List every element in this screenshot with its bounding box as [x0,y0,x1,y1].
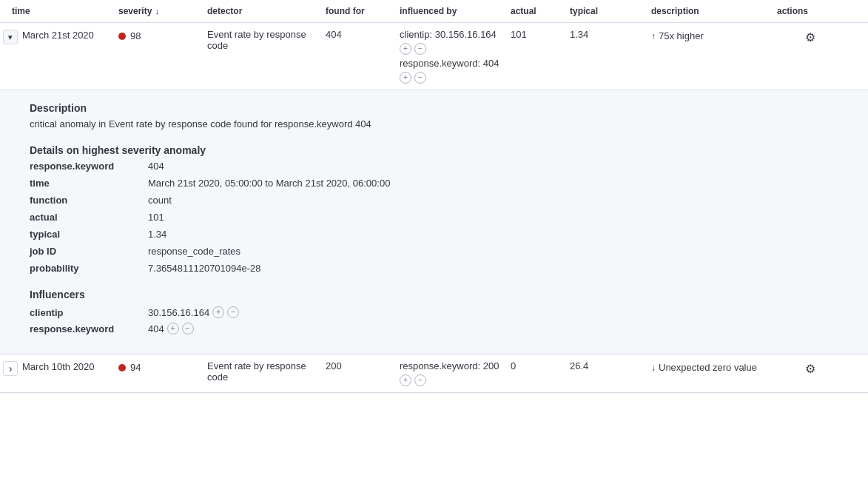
sort-icon: ↓ [155,7,159,16]
col-header-actions: actions [777,6,829,16]
row1-detail-field-1-label: time [30,178,148,189]
table-row-1: ▾ March 21st 2020 98 Event rate by respo… [0,23,868,90]
row2-description-cell: ↓ Unexpected zero value [651,360,777,373]
row1-detail-highest-title: Details on highest severity anomaly [30,144,853,156]
row1-detail-grid: response.keyword 404 time March 21st 202… [30,161,853,274]
row1-expanded-detail: Description critical anomaly in Event ra… [0,90,868,354]
row1-influencer-0: clientip: 30.156.16.164 [400,29,511,40]
row1-detail-field-0-value: 404 [148,161,853,172]
row1-detail-field-1-value: March 21st 2020, 05:00:00 to March 21st … [148,178,853,189]
row1-trend-icon: ↑ [651,31,656,41]
row1-influencer-detail-1-label: response.keyword [30,323,148,334]
row1-influencer-1-label: response.keyword: 404 [400,58,499,69]
row2-actual-value: 0 [511,359,516,371]
row1-influencer-detail-1-value: 404 + − [148,323,853,334]
row1-detail-field-3-value: 101 [148,212,853,223]
row1-detail-field-4-label: typical [30,229,148,240]
row1-typical-cell: 1.34 [570,29,651,40]
row1-influencers-title: Influencers [30,289,853,300]
anomaly-table: time severity ↓ detector found for influ… [0,0,868,393]
row2-expand-button[interactable]: › [3,361,18,376]
row1-influencer-keyword-minus-btn[interactable]: − [182,323,194,334]
col-header-influenced-by: influenced by [400,6,511,16]
row2-actual-cell: 0 [511,360,570,371]
row2-severity-value: 94 [130,362,141,373]
table-header: time severity ↓ detector found for influ… [0,0,868,23]
row1-found-for-value: 404 [326,27,342,40]
row1-influencer-1-plus-btn[interactable]: + [400,72,411,84]
table-row-2: › March 10th 2020 94 Event rate by respo… [0,354,868,392]
row2-severity-cell: 94 [118,360,207,373]
row1-influenced-cell: clientip: 30.156.16.164 + − response.key… [400,29,511,84]
row1-influencer-detail-1: response.keyword 404 + − [30,323,853,334]
row2-actions-cell: ⚙ [777,360,829,376]
row2-typical-cell: 26.4 [570,360,651,371]
col-header-description: description [651,6,777,16]
row1-found-for-cell: 404 [326,29,400,40]
row1-detail-field-2-label: function [30,195,148,206]
row1-influencer-keyword-value: 404 [148,323,164,334]
col-header-found-for: found for [326,6,400,16]
row1-influencer-detail-0: clientip 30.156.16.164 + − [30,306,853,318]
col-header-typical: typical [570,6,651,16]
row1-influencer-0-label: clientip: 30.156.16.164 [400,29,497,40]
row1-detail-field-6-value: 7.3654811120701094e-28 [148,263,853,274]
row1-detail-desc-title: Description [30,102,853,114]
row1-influencer-1-minus-btn[interactable]: − [414,72,426,84]
row2-time-value: March 10th 2020 [22,361,95,372]
row2-found-for-cell: 200 [326,360,400,371]
row1-detail-field-6-label: probability [30,263,148,274]
row1-detector-cell: Event rate by response code [207,29,326,51]
row2-description-value: Unexpected zero value [659,362,757,373]
row1-severity-dot [118,33,126,40]
row1-influencer-detail-0-label: clientip [30,307,148,318]
row1-time-value: March 21st 2020 [22,30,94,41]
row1-actual-value: 101 [511,27,527,40]
row1-severity-value: 98 [130,30,141,41]
col-header-detector: detector [207,6,326,16]
row1-detail-field-4-value: 1.34 [148,229,853,240]
row1-influencer-detail-0-value: 30.156.16.164 + − [148,306,853,318]
row1-influencer-0-plus-btn[interactable]: + [400,43,411,55]
row1-detail-field-3-label: actual [30,212,148,223]
row1-influencer-clientip-plus-btn[interactable]: + [212,306,224,318]
row2-influencer-0-minus-btn[interactable]: − [414,374,426,386]
row1-detail-field-0-label: response.keyword [30,161,148,172]
col-header-time: time [0,6,118,16]
col-header-actual: actual [511,6,570,16]
table-row-wrapper-2: › March 10th 2020 94 Event rate by respo… [0,354,868,393]
row1-influencer-1: response.keyword: 404 + − [400,58,511,84]
row1-detail-field-5-label: job ID [30,246,148,257]
row2-influencer-0-plus-btn[interactable]: + [400,374,411,386]
row1-gear-button[interactable]: ⚙ [804,30,817,44]
row1-influencer-filter-row: + − [400,43,511,55]
row2-detector-cell: Event rate by response code [207,360,326,383]
row2-influenced-cell: response.keyword: 200 + − [400,360,511,386]
row1-actual-cell: 101 [511,29,570,40]
row1-description-value: 75x higher [659,30,704,41]
row1-description-cell: ↑ 75x higher [651,29,777,41]
row1-detail-field-2-value: count [148,195,853,206]
row2-trend-icon: ↓ [651,363,656,373]
row1-influencer-0-minus-btn[interactable]: − [414,43,426,55]
row2-influencer-0-label: response.keyword: 200 [400,360,499,371]
row1-actions-cell: ⚙ [777,29,829,44]
row1-influencer-clientip-minus-btn[interactable]: − [227,306,239,318]
row2-influencer-0: response.keyword: 200 + − [400,360,511,386]
row2-gear-button[interactable]: ⚙ [804,362,817,376]
row1-expand-button[interactable]: ▾ [3,30,18,44]
row1-detail-desc-text: critical anomaly in Event rate by respon… [30,118,853,130]
row1-influencer-clientip-value: 30.156.16.164 [148,307,209,318]
row1-detector-value: Event rate by response code [207,27,306,51]
row1-severity-cell: 98 [118,29,207,41]
row2-detector-value: Event rate by response code [207,359,306,383]
table-row-wrapper-1: ▾ March 21st 2020 98 Event rate by respo… [0,23,868,354]
row1-influencers-section: Influencers clientip 30.156.16.164 + − r… [30,289,853,334]
row1-typical-value: 1.34 [570,27,588,40]
row2-time-cell: › March 10th 2020 [0,360,118,376]
col-header-severity[interactable]: severity ↓ [118,6,207,16]
row2-found-for-value: 200 [326,359,342,371]
row1-influencer-keyword-plus-btn[interactable]: + [167,323,179,334]
row1-time-cell: ▾ March 21st 2020 [0,29,118,44]
row2-typical-value: 26.4 [570,359,588,371]
